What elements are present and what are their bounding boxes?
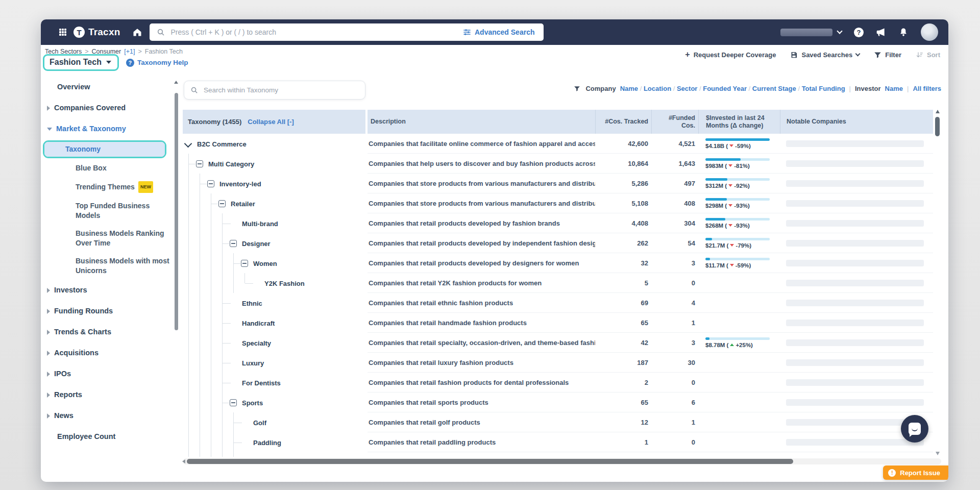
collapse-all-link[interactable]: Collapse All [-] xyxy=(248,118,294,126)
sidebar-item-trending-themes[interactable]: Trending ThemesNEW xyxy=(41,177,180,197)
taxonomy-help-link[interactable]: ? Taxonomy Help xyxy=(126,59,188,67)
sidebar-item-overview[interactable]: Overview xyxy=(41,77,180,97)
taxonomy-node[interactable]: Golf xyxy=(183,412,365,432)
home-icon[interactable] xyxy=(132,27,142,37)
tracxn-logo[interactable]: T Tracxn xyxy=(74,27,120,38)
taxonomy-node[interactable]: Specialty xyxy=(183,333,365,353)
sidebar-scrollbar-thumb[interactable] xyxy=(175,93,178,330)
taxonomy-node[interactable]: Sports xyxy=(183,393,365,412)
saved-searches-button[interactable]: Saved Searches xyxy=(790,51,860,59)
taxonomy-node[interactable]: Luxury xyxy=(183,353,365,373)
table-row[interactable]: Companies that retail luxury fashion pro… xyxy=(368,353,933,373)
notifications-bell-icon[interactable] xyxy=(898,27,909,37)
collapse-node-icon[interactable] xyxy=(241,260,248,267)
taxonomy-search-input[interactable] xyxy=(203,86,359,94)
request-deeper-coverage-button[interactable]: + Request Deeper Coverage xyxy=(685,50,776,59)
table-row[interactable]: Companies that retail golf products121 xyxy=(368,412,933,432)
chevron-down-icon[interactable] xyxy=(185,140,192,148)
taxonomy-node[interactable]: B2C Commerce xyxy=(183,134,365,154)
table-row[interactable]: Companies that help users to discover an… xyxy=(368,154,933,174)
taxonomy-node[interactable]: Gymnastics xyxy=(183,452,365,457)
global-search-input[interactable] xyxy=(169,28,458,37)
taxonomy-node[interactable]: Paddling xyxy=(183,432,365,452)
table-row[interactable]: Companies that retail ethnic fashion pro… xyxy=(368,293,933,313)
sidebar-item-employee-count[interactable]: Employee Count xyxy=(41,426,180,447)
horizontal-scrollbar[interactable] xyxy=(183,458,941,464)
user-avatar[interactable] xyxy=(921,23,938,41)
user-menu[interactable] xyxy=(780,29,842,36)
sidebar-item-taxonomy[interactable]: Taxonomy xyxy=(44,142,165,157)
column-header-funded-cos[interactable]: #Funded Cos. xyxy=(651,110,698,134)
table-row[interactable]: Companies that retail handmade fashion p… xyxy=(368,313,933,333)
help-icon[interactable]: ? xyxy=(854,28,864,37)
column-header-cos-tracked[interactable]: #Cos. Tracked xyxy=(595,110,651,134)
sidebar-item-acquisitions[interactable]: Acquisitions xyxy=(41,342,180,363)
sidebar-item-market-taxonomy[interactable]: Market & Taxonomy xyxy=(41,118,180,139)
filter-link-name[interactable]: Name xyxy=(620,85,638,92)
advanced-search-button[interactable]: Advanced Search xyxy=(463,28,535,36)
filter-button[interactable]: Filter xyxy=(874,51,901,59)
taxonomy-node[interactable]: Designer xyxy=(183,233,365,253)
sidebar-item-trends-charts[interactable]: Trends & Charts xyxy=(41,322,180,342)
collapse-node-icon[interactable] xyxy=(218,200,226,207)
column-header-invested[interactable]: $Invested in last 24 Months (Δ change) xyxy=(698,110,780,134)
table-row[interactable]: Companies that retail Y2K fashion produc… xyxy=(368,273,933,293)
apps-grid-icon[interactable] xyxy=(59,29,66,36)
taxonomy-node[interactable]: Handicraft xyxy=(183,313,365,333)
filter-link-total-funding[interactable]: Total Funding xyxy=(802,85,845,92)
table-row[interactable]: Companies that retail fashion products f… xyxy=(368,373,933,393)
table-row[interactable]: Companies that retail specialty, occasio… xyxy=(368,333,933,353)
sidebar-item-blue-box[interactable]: Blue Box xyxy=(41,159,180,177)
column-header-description[interactable]: Description xyxy=(368,110,595,134)
page-title[interactable]: Fashion Tech xyxy=(50,58,102,67)
collapse-node-icon[interactable] xyxy=(230,240,237,247)
filter-link-investor-name[interactable]: Name xyxy=(885,85,903,92)
table-row[interactable]: Companies that retail paddling products1… xyxy=(368,432,933,452)
scroll-up-arrow-icon[interactable] xyxy=(174,81,178,84)
sidebar-item-companies-covered[interactable]: Companies Covered xyxy=(41,97,180,118)
table-row[interactable]: Companies that retail sports products656 xyxy=(368,393,933,412)
table-row[interactable]: Companies that retail products developed… xyxy=(368,233,933,253)
chevron-down-icon[interactable] xyxy=(106,61,111,64)
sidebar-item-business-models-ranking-over-time[interactable]: Business Models Ranking Over Time xyxy=(41,225,180,252)
announcements-megaphone-icon[interactable] xyxy=(876,27,886,37)
column-header-notable-companies[interactable]: Notable Companies xyxy=(780,110,933,134)
table-row[interactable]: Companies that store products from vario… xyxy=(368,193,933,213)
taxonomy-node[interactable]: Inventory-led xyxy=(183,174,365,193)
sidebar-item-business-models-with-most-unicorns[interactable]: Business Models with most Unicorns xyxy=(41,252,180,280)
sidebar-scrollbar[interactable] xyxy=(174,80,179,479)
taxonomy-node[interactable]: Multi-brand xyxy=(183,213,365,233)
collapse-node-icon[interactable] xyxy=(207,180,214,187)
table-row[interactable]: Companies that retail gymnastics product… xyxy=(368,452,933,457)
collapse-node-icon[interactable] xyxy=(230,399,237,406)
taxonomy-node[interactable]: Women xyxy=(183,253,365,273)
sidebar-item-reports[interactable]: Reports xyxy=(41,384,180,405)
sidebar-item-ipos[interactable]: IPOs xyxy=(41,363,180,384)
table-row[interactable]: Companies that retail products developed… xyxy=(368,253,933,273)
filter-link-current-stage[interactable]: Current Stage xyxy=(752,85,796,92)
taxonomy-node[interactable]: Y2K Fashion xyxy=(183,273,365,293)
chat-widget-button[interactable] xyxy=(901,415,928,443)
table-row[interactable]: Companies that retail products developed… xyxy=(368,213,933,233)
sidebar-item-investors[interactable]: Investors xyxy=(41,280,180,301)
scroll-down-arrow-icon[interactable] xyxy=(936,452,940,455)
sidebar-item-news[interactable]: News xyxy=(41,405,180,426)
filter-link-location[interactable]: Location xyxy=(644,85,671,92)
filter-link-founded-year[interactable]: Founded Year xyxy=(703,85,747,92)
scroll-up-arrow-icon[interactable] xyxy=(936,110,940,113)
table-row[interactable]: Companies that store products from vario… xyxy=(368,174,933,193)
table-row[interactable]: Companies that facilitate online commerc… xyxy=(368,134,933,154)
sidebar-item-top-funded-business-models[interactable]: Top Funded Business Models xyxy=(41,197,180,225)
collapse-node-icon[interactable] xyxy=(196,160,203,167)
horizontal-scrollbar-thumb[interactable] xyxy=(187,459,793,464)
scroll-left-arrow-icon[interactable] xyxy=(182,459,185,463)
table-vertical-scrollbar[interactable] xyxy=(935,110,941,455)
report-issue-button[interactable]: ! Report Issue xyxy=(883,465,948,480)
all-filters-link[interactable]: All filters xyxy=(913,85,941,92)
vertical-scrollbar-thumb[interactable] xyxy=(935,117,940,136)
taxonomy-node[interactable]: Retailer xyxy=(183,193,365,213)
taxonomy-node[interactable]: Multi Category xyxy=(183,154,365,174)
sidebar-item-funding-rounds[interactable]: Funding Rounds xyxy=(41,301,180,322)
taxonomy-node[interactable]: Ethnic xyxy=(183,293,365,313)
sort-button[interactable]: Sort xyxy=(916,51,940,59)
